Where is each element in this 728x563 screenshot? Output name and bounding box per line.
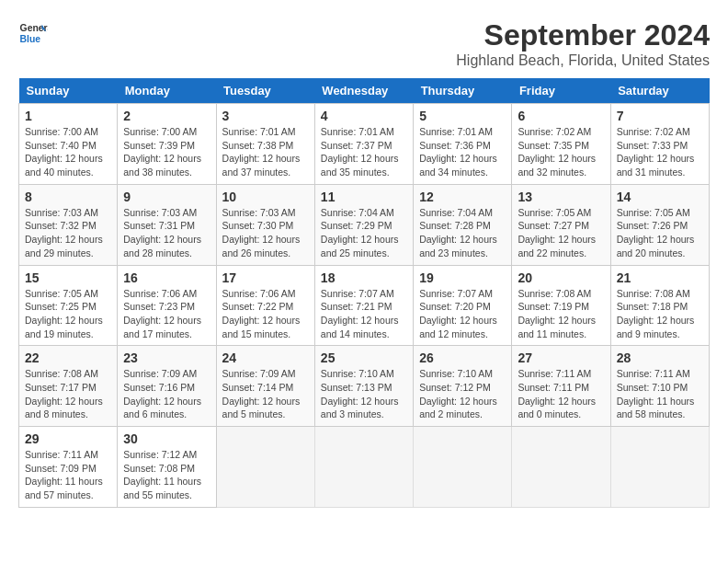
day-number: 3	[222, 109, 309, 123]
weekday-header-cell: Sunday	[19, 78, 118, 104]
day-info: Sunrise: 7:06 AMSunset: 7:22 PMDaylight:…	[222, 288, 301, 339]
calendar-day-cell: 15 Sunrise: 7:05 AMSunset: 7:25 PMDaylig…	[19, 265, 118, 346]
day-info: Sunrise: 7:08 AMSunset: 7:17 PMDaylight:…	[25, 368, 103, 419]
day-info: Sunrise: 7:01 AMSunset: 7:37 PMDaylight:…	[321, 126, 399, 178]
day-info: Sunrise: 7:00 AMSunset: 7:39 PMDaylight:…	[123, 126, 201, 178]
day-info: Sunrise: 7:04 AMSunset: 7:29 PMDaylight:…	[321, 207, 399, 259]
day-info: Sunrise: 7:06 AMSunset: 7:23 PMDaylight:…	[123, 288, 201, 339]
day-info: Sunrise: 7:07 AMSunset: 7:20 PMDaylight:…	[419, 288, 497, 339]
day-info: Sunrise: 7:09 AMSunset: 7:16 PMDaylight:…	[123, 368, 201, 419]
calendar-day-cell: 3 Sunrise: 7:01 AMSunset: 7:38 PMDayligh…	[216, 104, 314, 185]
day-info: Sunrise: 7:03 AMSunset: 7:31 PMDaylight:…	[123, 207, 201, 259]
title-area: September 2024 Highland Beach, Florida, …	[456, 18, 710, 69]
day-number: 19	[419, 270, 506, 285]
calendar-day-cell: 14 Sunrise: 7:05 AMSunset: 7:26 PMDaylig…	[610, 184, 709, 265]
weekday-header-cell: Saturday	[610, 78, 709, 104]
day-info: Sunrise: 7:10 AMSunset: 7:12 PMDaylight:…	[419, 368, 497, 419]
day-info: Sunrise: 7:04 AMSunset: 7:28 PMDaylight:…	[419, 207, 497, 259]
day-number: 18	[321, 270, 407, 285]
day-number: 23	[123, 350, 210, 365]
day-number: 20	[518, 270, 604, 285]
day-info: Sunrise: 7:11 AMSunset: 7:09 PMDaylight:…	[25, 449, 103, 500]
calendar-day-cell: 23 Sunrise: 7:09 AMSunset: 7:16 PMDaylig…	[118, 346, 216, 427]
calendar-day-cell: 9 Sunrise: 7:03 AMSunset: 7:31 PMDayligh…	[118, 184, 216, 265]
calendar-day-cell: 1 Sunrise: 7:00 AMSunset: 7:40 PMDayligh…	[19, 104, 118, 185]
calendar-week-row: 15 Sunrise: 7:05 AMSunset: 7:25 PMDaylig…	[19, 265, 710, 346]
day-number: 6	[518, 109, 604, 123]
day-info: Sunrise: 7:05 AMSunset: 7:27 PMDaylight:…	[518, 207, 596, 259]
day-number: 29	[25, 431, 111, 446]
day-info: Sunrise: 7:03 AMSunset: 7:32 PMDaylight:…	[25, 207, 103, 259]
calendar-day-cell	[414, 427, 512, 508]
calendar-day-cell: 24 Sunrise: 7:09 AMSunset: 7:14 PMDaylig…	[216, 346, 314, 427]
day-info: Sunrise: 7:01 AMSunset: 7:38 PMDaylight:…	[222, 126, 301, 178]
day-number: 9	[123, 190, 210, 204]
calendar-day-cell: 4 Sunrise: 7:01 AMSunset: 7:37 PMDayligh…	[314, 104, 413, 185]
day-info: Sunrise: 7:08 AMSunset: 7:18 PMDaylight:…	[617, 288, 695, 339]
weekday-header-cell: Wednesday	[314, 78, 413, 104]
weekday-header-cell: Thursday	[414, 78, 512, 104]
calendar-day-cell: 10 Sunrise: 7:03 AMSunset: 7:30 PMDaylig…	[216, 184, 314, 265]
day-number: 27	[518, 350, 604, 365]
calendar-week-row: 1 Sunrise: 7:00 AMSunset: 7:40 PMDayligh…	[19, 104, 710, 185]
day-number: 5	[419, 109, 506, 123]
weekday-header-cell: Tuesday	[216, 78, 314, 104]
calendar-day-cell: 7 Sunrise: 7:02 AMSunset: 7:33 PMDayligh…	[610, 104, 709, 185]
day-number: 21	[617, 270, 703, 285]
day-number: 22	[25, 350, 111, 365]
calendar-day-cell: 27 Sunrise: 7:11 AMSunset: 7:11 PMDaylig…	[512, 346, 610, 427]
calendar-day-cell: 28 Sunrise: 7:11 AMSunset: 7:10 PMDaylig…	[610, 346, 709, 427]
day-number: 10	[222, 190, 309, 204]
day-info: Sunrise: 7:02 AMSunset: 7:35 PMDaylight:…	[518, 126, 596, 178]
calendar-week-row: 22 Sunrise: 7:08 AMSunset: 7:17 PMDaylig…	[19, 346, 710, 427]
calendar-day-cell: 16 Sunrise: 7:06 AMSunset: 7:23 PMDaylig…	[118, 265, 216, 346]
day-number: 25	[321, 350, 407, 365]
day-number: 26	[419, 350, 506, 365]
day-number: 2	[123, 109, 210, 123]
calendar-day-cell	[314, 427, 413, 508]
day-number: 28	[617, 350, 703, 365]
calendar-week-row: 8 Sunrise: 7:03 AMSunset: 7:32 PMDayligh…	[19, 184, 710, 265]
calendar-header: SundayMondayTuesdayWednesdayThursdayFrid…	[19, 78, 710, 104]
day-info: Sunrise: 7:12 AMSunset: 7:08 PMDaylight:…	[123, 449, 201, 500]
day-info: Sunrise: 7:10 AMSunset: 7:13 PMDaylight:…	[321, 368, 399, 419]
svg-text:Blue: Blue	[20, 34, 41, 44]
day-number: 11	[321, 190, 407, 204]
calendar-day-cell: 5 Sunrise: 7:01 AMSunset: 7:36 PMDayligh…	[414, 104, 512, 185]
calendar-day-cell: 29 Sunrise: 7:11 AMSunset: 7:09 PMDaylig…	[19, 427, 118, 508]
calendar-day-cell	[610, 427, 709, 508]
calendar-day-cell: 20 Sunrise: 7:08 AMSunset: 7:19 PMDaylig…	[512, 265, 610, 346]
day-number: 8	[25, 190, 111, 204]
subtitle: Highland Beach, Florida, United States	[456, 52, 710, 69]
day-number: 24	[222, 350, 309, 365]
main-title: September 2024	[456, 18, 710, 52]
day-number: 12	[419, 190, 506, 204]
day-info: Sunrise: 7:09 AMSunset: 7:14 PMDaylight:…	[222, 368, 301, 419]
calendar-day-cell: 6 Sunrise: 7:02 AMSunset: 7:35 PMDayligh…	[512, 104, 610, 185]
day-info: Sunrise: 7:01 AMSunset: 7:36 PMDaylight:…	[419, 126, 497, 178]
calendar-table: SundayMondayTuesdayWednesdayThursdayFrid…	[18, 78, 710, 508]
day-number: 4	[321, 109, 407, 123]
day-info: Sunrise: 7:00 AMSunset: 7:40 PMDaylight:…	[25, 126, 103, 178]
day-info: Sunrise: 7:11 AMSunset: 7:11 PMDaylight:…	[518, 368, 596, 419]
calendar-day-cell: 12 Sunrise: 7:04 AMSunset: 7:28 PMDaylig…	[414, 184, 512, 265]
weekday-header-cell: Monday	[118, 78, 216, 104]
header: General Blue September 2024 Highland Bea…	[18, 18, 710, 69]
calendar-day-cell: 19 Sunrise: 7:07 AMSunset: 7:20 PMDaylig…	[414, 265, 512, 346]
day-number: 17	[222, 270, 309, 285]
calendar-week-row: 29 Sunrise: 7:11 AMSunset: 7:09 PMDaylig…	[19, 427, 710, 508]
day-info: Sunrise: 7:07 AMSunset: 7:21 PMDaylight:…	[321, 288, 399, 339]
day-number: 1	[25, 109, 111, 123]
day-number: 30	[123, 431, 210, 446]
weekday-header-cell: Friday	[512, 78, 610, 104]
calendar-day-cell: 22 Sunrise: 7:08 AMSunset: 7:17 PMDaylig…	[19, 346, 118, 427]
day-info: Sunrise: 7:02 AMSunset: 7:33 PMDaylight:…	[617, 126, 695, 178]
calendar-day-cell	[216, 427, 314, 508]
calendar-body: 1 Sunrise: 7:00 AMSunset: 7:40 PMDayligh…	[19, 104, 710, 508]
day-info: Sunrise: 7:05 AMSunset: 7:26 PMDaylight:…	[617, 207, 695, 259]
day-number: 15	[25, 270, 111, 285]
day-info: Sunrise: 7:08 AMSunset: 7:19 PMDaylight:…	[518, 288, 596, 339]
calendar-day-cell: 21 Sunrise: 7:08 AMSunset: 7:18 PMDaylig…	[610, 265, 709, 346]
logo-icon: General Blue	[18, 18, 48, 48]
calendar-day-cell: 8 Sunrise: 7:03 AMSunset: 7:32 PMDayligh…	[19, 184, 118, 265]
